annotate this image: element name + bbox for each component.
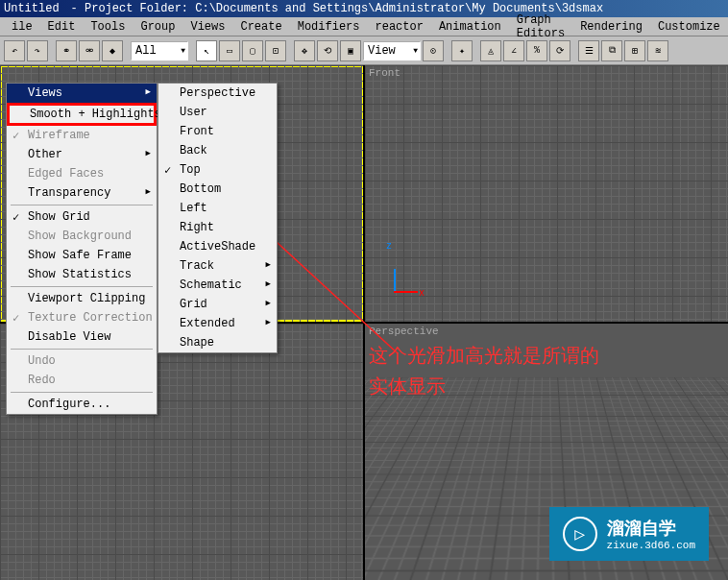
menu-views[interactable]: Views: [182, 18, 232, 36]
tool-select-region[interactable]: ▢: [242, 40, 263, 61]
ctx-track[interactable]: Track: [158, 256, 277, 276]
tool-angle-snap[interactable]: ∠: [503, 40, 524, 61]
doc-title: Untitled: [4, 2, 60, 15]
ctx-undo: Undo: [7, 351, 157, 371]
menu-separator: [11, 392, 153, 393]
ctx-smooth-highlights[interactable]: Smooth + Highlights: [7, 103, 157, 126]
tool-pivot[interactable]: ⊙: [423, 40, 444, 61]
menu-customize[interactable]: Customize: [650, 18, 728, 36]
menu-bar: ile Edit Tools Group Views Create Modifi…: [0, 17, 728, 36]
ctx-configure-[interactable]: Configure...: [7, 395, 157, 414]
viewport-label: Front: [369, 67, 400, 79]
viewport-context-menu: Views Smooth + HighlightsWireframeOtherE…: [6, 83, 158, 415]
tool-percent-snap[interactable]: %: [526, 40, 547, 61]
ctx-transparency[interactable]: Transparency: [7, 183, 157, 203]
ctx-views[interactable]: Views: [7, 84, 157, 103]
title-bar: Untitled - Project Folder: C:\Documents …: [0, 0, 728, 17]
ctx-show-safe-frame[interactable]: Show Safe Frame: [7, 246, 157, 265]
ctx-edged-faces: Edged Faces: [7, 164, 157, 183]
ctx-activeshade[interactable]: ActiveShade: [158, 237, 277, 256]
menu-separator: [11, 205, 153, 205]
tool-redo[interactable]: ↷: [27, 40, 48, 61]
tool-move[interactable]: ✥: [294, 40, 315, 61]
tool-scale[interactable]: ▣: [340, 40, 361, 61]
tool-manipulate[interactable]: ✦: [451, 40, 473, 61]
menu-reactor[interactable]: reactor: [368, 18, 431, 36]
ctx-wireframe: Wireframe: [7, 126, 157, 145]
watermark-title: 溜溜自学: [607, 517, 695, 540]
ctx-other[interactable]: Other: [7, 145, 157, 164]
ctx-shape[interactable]: Shape: [158, 333, 277, 352]
selection-filter-dropdown[interactable]: All: [131, 41, 188, 60]
ctx-show-background: Show Background: [7, 227, 157, 246]
menu-tools[interactable]: Tools: [83, 18, 133, 36]
ctx-texture-correction: Texture Correction: [7, 308, 157, 327]
menu-group[interactable]: Group: [133, 18, 182, 36]
tool-rotate[interactable]: ⟲: [317, 40, 338, 61]
ctx-extended[interactable]: Extended: [158, 314, 277, 333]
ctx-grid[interactable]: Grid: [158, 295, 277, 314]
tool-layer[interactable]: ≋: [647, 40, 668, 61]
menu-edit[interactable]: Edit: [40, 18, 84, 36]
tool-select[interactable]: ↖: [196, 40, 217, 61]
ctx-schematic[interactable]: Schematic: [158, 276, 277, 295]
ctx-bottom[interactable]: Bottom: [158, 180, 277, 199]
tool-mirror[interactable]: ⧉: [601, 40, 622, 61]
menu-create[interactable]: Create: [232, 18, 289, 36]
views-submenu: PerspectiveUserFrontBackTopBottomLeftRig…: [158, 83, 278, 353]
ctx-show-statistics[interactable]: Show Statistics: [7, 265, 157, 284]
tool-window-crossing[interactable]: ⊡: [265, 40, 286, 61]
ctx-viewport-clipping[interactable]: Viewport Clipping: [7, 289, 157, 308]
ref-coord-dropdown[interactable]: View: [363, 41, 421, 60]
watermark-url: zixue.3d66.com: [607, 540, 695, 551]
menu-file[interactable]: ile: [4, 18, 40, 36]
tool-bind[interactable]: ◆: [102, 40, 123, 61]
tool-undo[interactable]: ↶: [4, 40, 25, 61]
ctx-redo: Redo: [7, 371, 157, 390]
ctx-back[interactable]: Back: [158, 141, 277, 160]
menu-graph-editors[interactable]: Graph Editors: [509, 12, 572, 42]
menu-rendering[interactable]: Rendering: [572, 18, 650, 36]
menu-separator: [11, 349, 153, 350]
tool-select-name[interactable]: ▭: [219, 40, 240, 61]
menu-animation[interactable]: Animation: [431, 18, 509, 36]
menu-modifiers[interactable]: Modifiers: [290, 18, 368, 36]
watermark: ▷ 溜溜自学 zixue.3d66.com: [549, 507, 709, 561]
ctx-show-grid[interactable]: Show Grid: [7, 207, 157, 227]
annotation-text: 这个光滑加高光就是所谓的 实体显示: [369, 342, 599, 403]
ctx-disable-view[interactable]: Disable View: [7, 327, 157, 347]
tool-spinner-snap[interactable]: ⟳: [549, 40, 570, 61]
ctx-front[interactable]: Front: [158, 122, 277, 141]
tool-unlink[interactable]: ⚮: [79, 40, 100, 61]
tool-align[interactable]: ⊞: [624, 40, 645, 61]
play-icon: ▷: [563, 517, 597, 551]
tool-link[interactable]: ⚭: [56, 40, 77, 61]
tool-selection-lock[interactable]: ☰: [578, 40, 599, 61]
ctx-top[interactable]: Top: [158, 160, 277, 180]
main-toolbar: ↶ ↷ ⚭ ⚮ ◆ All ↖ ▭ ▢ ⊡ ✥ ⟲ ▣ View ⊙ ✦ ◬ ∠…: [0, 36, 728, 65]
ctx-right[interactable]: Right: [158, 218, 277, 237]
ctx-perspective[interactable]: Perspective: [158, 84, 277, 103]
ctx-left[interactable]: Left: [158, 199, 277, 218]
tool-snap[interactable]: ◬: [480, 40, 501, 61]
menu-separator: [11, 286, 153, 287]
ctx-user[interactable]: User: [158, 103, 277, 122]
